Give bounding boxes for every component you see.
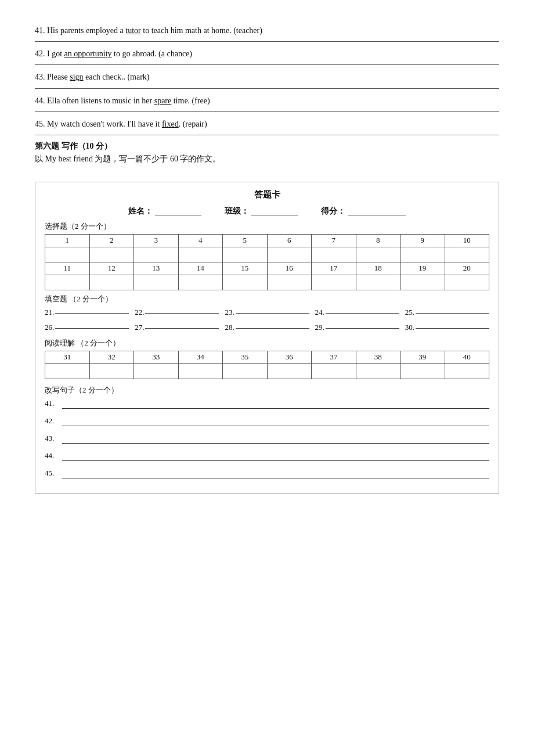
reading-a35[interactable] [223,363,268,379]
choice-answer-row-1 [45,247,489,262]
q41-num: 41. [35,26,47,35]
choice-h10: 10 [445,234,489,247]
rewrite-44-line[interactable] [62,460,489,461]
reading-a33[interactable] [134,363,179,379]
rewrite-42-line[interactable] [62,426,489,426]
choice-a4[interactable] [178,247,223,262]
section6: 第六题 写作（10 分） 以 My best friend 为题，写一篇不少于 … [35,141,499,164]
choice-a15[interactable] [223,275,268,290]
fill-23-num: 23. [225,308,234,317]
reading-a38[interactable] [356,363,400,379]
name-label: 姓名： [128,206,153,217]
choice-h12: 12 [89,262,134,275]
fill-22-line[interactable] [145,313,219,314]
choice-a12[interactable] [89,275,134,290]
reading-a34[interactable] [178,363,223,379]
choice-a17[interactable] [312,275,356,290]
choice-h7: 7 [312,234,356,247]
class-label: 班级： [225,206,249,217]
choice-a13[interactable] [134,275,179,290]
choice-header-row-2: 11 12 13 14 15 16 17 18 19 20 [45,262,489,275]
section6-subtitle: 以 My best friend 为题，写一篇不少于 60 字的作文。 [35,154,499,164]
fill-26-num: 26. [45,323,54,332]
choice-table: 1 2 3 4 5 6 7 8 9 10 11 12 13 14 [45,234,489,290]
choice-a8[interactable] [356,247,400,262]
rewrite-43: 43. [45,434,489,443]
questions-section: 41. His parents employed a tutor to teac… [35,23,499,135]
reading-a36[interactable] [267,363,312,379]
choice-a9[interactable] [400,247,445,262]
choice-a7[interactable] [312,247,356,262]
reading-a39[interactable] [400,363,445,379]
fill-26: 26. [45,323,129,332]
q42-num: 42. [35,49,47,58]
score-line[interactable] [348,207,406,215]
choice-a18[interactable] [356,275,400,290]
fill-25-line[interactable] [416,313,489,314]
rewrite-43-num: 43. [45,434,62,443]
divider-42 [35,64,499,65]
reading-table: 31 32 33 34 35 36 37 38 39 40 [45,351,489,379]
choice-h4: 4 [178,234,223,247]
fill-30-line[interactable] [416,328,489,329]
choice-h5: 5 [223,234,268,247]
rewrite-45-line[interactable] [62,478,489,478]
reading-a31[interactable] [45,363,90,379]
fill-23: 23. [225,308,309,317]
reading-a32[interactable] [89,363,134,379]
choice-h14: 14 [178,262,223,275]
fill-label: 填空题 （2 分一个） [45,294,489,304]
divider-41 [35,41,499,42]
answer-card: 答题卡 姓名： 班级： 得分： 选择题（2 分一个） 1 2 3 4 5 6 7… [35,182,499,494]
q45-underlined: fixed [162,120,179,128]
rewrite-44: 44. [45,451,489,460]
rewrite-41: 41. [45,399,489,408]
q43-underlined: sign [70,73,83,81]
reading-h35: 35 [223,351,268,363]
question-44: 44. Ella often listens to music in her s… [35,93,499,108]
fill-23-line[interactable] [236,313,309,314]
choice-a16[interactable] [267,275,312,290]
divider-44 [35,111,499,112]
choice-a19[interactable] [400,275,445,290]
fill-29-line[interactable] [326,328,399,329]
fill-27-line[interactable] [145,328,219,329]
reading-a37[interactable] [312,363,356,379]
rewrite-42: 42. [45,416,489,426]
q45-rest: . (repair) [179,120,207,128]
fill-27: 27. [135,323,219,332]
choice-a11[interactable] [45,275,90,290]
fill-28-line[interactable] [236,328,309,329]
class-line[interactable] [251,207,298,215]
reading-h40: 40 [445,351,489,363]
choice-a5[interactable] [223,247,268,262]
choice-a10[interactable] [445,247,489,262]
choice-a20[interactable] [445,275,489,290]
choice-a2[interactable] [89,247,134,262]
question-41: 41. His parents employed a tutor to teac… [35,23,499,38]
choice-a3[interactable] [134,247,179,262]
fill-24-line[interactable] [326,313,399,314]
rewrite-45: 45. [45,469,489,478]
reading-h33: 33 [134,351,179,363]
rewrite-41-line[interactable] [62,408,489,409]
choice-a6[interactable] [267,247,312,262]
reading-a40[interactable] [445,363,489,379]
name-line[interactable] [155,207,201,215]
q45-text: My watch dosen't work. I'll have it [47,120,162,128]
fill-22: 22. [135,308,219,317]
choice-a1[interactable] [45,247,90,262]
divider-45 [35,135,499,135]
choice-h2: 2 [89,234,134,247]
choice-a14[interactable] [178,275,223,290]
choice-h17: 17 [312,262,356,275]
choice-h8: 8 [356,234,400,247]
question-43: 43. Please sign each check.. (mark) [35,70,499,84]
fill-24: 24. [315,308,399,317]
fill-27-num: 27. [135,323,144,332]
fill-21-line[interactable] [55,313,129,314]
fill-26-line[interactable] [55,328,129,329]
rewrite-43-line[interactable] [62,443,489,444]
q42-rest: to go abroad. (a chance) [112,49,192,58]
choice-label: 选择题（2 分一个） [45,221,489,232]
